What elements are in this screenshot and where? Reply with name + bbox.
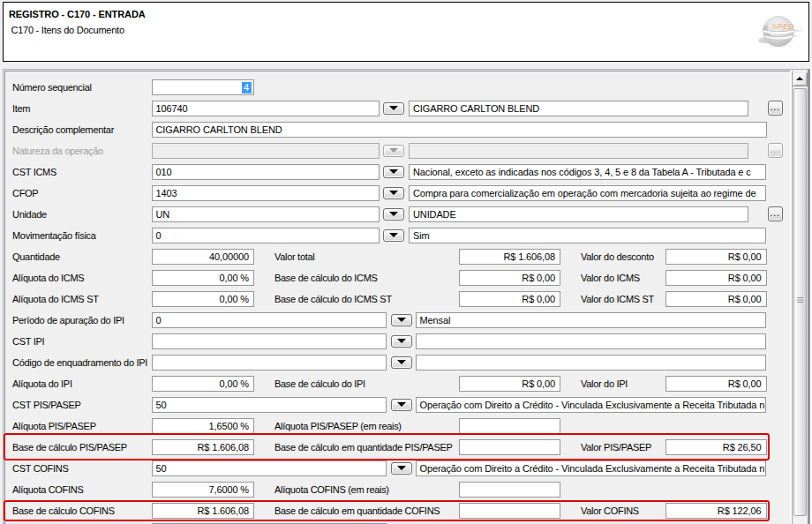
svg-text:SPED: SPED [772, 22, 795, 31]
